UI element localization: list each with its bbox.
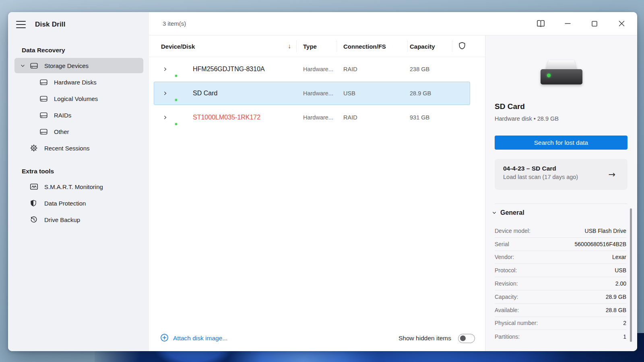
device-list-area: Device/Disk ↓ Type Connection/FS Capacit… <box>149 35 485 351</box>
property-row: Available: 28.8 GB <box>495 304 626 317</box>
sidebar-item-data-protection[interactable]: Data Protection <box>14 195 143 211</box>
item-count: 3 item(s) <box>163 20 186 27</box>
chevron-right-icon[interactable] <box>163 115 168 120</box>
property-label: Physical number: <box>495 320 538 326</box>
property-row: Vendor: Lexar <box>495 251 626 264</box>
drive-icon <box>30 62 38 69</box>
sidebar-item-smart-monitoring[interactable]: S.M.A.R.T. Monitoring <box>14 179 143 194</box>
sidebar-item-logical-volumes[interactable]: Logical Volumes <box>14 91 143 106</box>
general-section-title: General <box>500 209 524 216</box>
attach-disk-image-label: Attach disk image... <box>173 335 227 342</box>
gear-icon <box>30 144 38 152</box>
device-connection: RAID <box>343 114 357 121</box>
sidebar-item-drive-backup[interactable]: Drive Backup <box>14 212 143 227</box>
shield-half-icon <box>30 199 37 207</box>
general-section-header[interactable]: General <box>492 209 524 216</box>
property-row: Device model: USB Flash Drive <box>495 224 626 238</box>
device-name: HFM256GDJTNG-8310A <box>193 66 265 73</box>
table-row[interactable]: ST1000LM035-1RK172 Hardware... RAID 931 … <box>149 105 485 130</box>
list-footer: Attach disk image... Show hidden items <box>149 325 485 351</box>
hamburger-menu-icon[interactable] <box>16 21 26 28</box>
drive-icon <box>39 128 48 135</box>
sort-descending-icon[interactable]: ↓ <box>288 43 291 50</box>
sidebar-item-recent-sessions[interactable]: Recent Sessions <box>14 140 143 156</box>
drive-icon <box>39 79 48 86</box>
device-properties: Device model: USB Flash Drive Serial 560… <box>495 224 626 343</box>
device-name: SD Card <box>193 90 217 97</box>
table-header: Device/Disk ↓ Type Connection/FS Capacit… <box>149 35 485 57</box>
column-connection-fs[interactable]: Connection/FS <box>343 43 386 49</box>
drive-icon <box>39 112 48 119</box>
property-value: 28.9 GB <box>606 294 626 300</box>
plus-circle-icon <box>160 333 169 343</box>
device-capacity: 238 GB <box>410 66 429 72</box>
table-row-selected[interactable]: SD Card Hardware... USB 28.9 GB <box>149 81 485 105</box>
sidebar-item-other[interactable]: Other <box>14 124 143 139</box>
sidebar-item-raids[interactable]: RAIDs <box>14 107 143 123</box>
minimize-button[interactable] <box>562 19 573 29</box>
table-row[interactable]: HFM256GDJTNG-8310A Hardware... RAID 238 … <box>149 57 485 81</box>
sidebar-item-label: Logical Volumes <box>54 95 98 102</box>
app-title: Disk Drill <box>35 21 66 29</box>
chevron-right-icon[interactable] <box>163 67 168 72</box>
search-for-lost-data-button[interactable]: Search for lost data <box>495 136 627 150</box>
device-type: Hardware... <box>303 114 333 121</box>
property-label: Device model: <box>495 228 530 234</box>
column-device-disk[interactable]: Device/Disk <box>161 43 195 49</box>
sidebar-item-storage-devices[interactable]: Storage Devices <box>14 58 143 73</box>
column-capacity[interactable]: Capacity <box>410 43 435 49</box>
desktop-wallpaper: Disk Drill Data Recovery Storage Devices… <box>0 0 644 362</box>
chevron-down-icon <box>492 210 497 215</box>
chevron-right-icon[interactable] <box>163 91 168 96</box>
title-bar: 3 item(s) <box>149 12 637 35</box>
maximize-button[interactable] <box>589 19 600 29</box>
close-button[interactable] <box>616 19 627 29</box>
panel-divider <box>495 204 627 204</box>
property-label: Vendor: <box>495 254 514 260</box>
sidebar-item-label: Recent Sessions <box>44 145 90 152</box>
property-label: Serial <box>495 241 509 247</box>
sidebar-item-label: Other <box>54 128 69 135</box>
device-capacity: 931 GB <box>410 114 429 121</box>
device-connection: RAID <box>343 66 357 72</box>
property-value: USB Flash Drive <box>585 228 626 234</box>
property-value: Lexar <box>612 254 626 260</box>
device-type: Hardware... <box>303 66 333 72</box>
device-name: ST1000LM035-1RK172 <box>193 114 260 121</box>
drive-illustration <box>541 60 582 84</box>
drive-icon <box>39 95 48 102</box>
show-hidden-items-label: Show hidden items <box>398 335 451 342</box>
last-scan-card[interactable]: 04-4-23 – SD Card Load last scan (17 day… <box>495 159 627 190</box>
selected-device-title: SD Card <box>495 102 525 111</box>
property-value: USB <box>615 267 626 274</box>
property-row: Protocol: USB <box>495 264 626 277</box>
device-capacity: 28.9 GB <box>410 90 431 97</box>
property-label: Available: <box>495 307 519 313</box>
arrow-right-icon: → <box>608 170 615 179</box>
sidebar-item-label: Storage Devices <box>44 62 89 69</box>
sidebar-item-label: S.M.A.R.T. Monitoring <box>44 183 103 190</box>
attach-disk-image-link[interactable]: Attach disk image... <box>160 333 227 343</box>
sidebar: Disk Drill Data Recovery Storage Devices… <box>8 12 149 351</box>
shield-column-icon[interactable] <box>458 41 466 51</box>
property-row: Partitions: 1 <box>495 330 626 343</box>
history-clock-icon <box>30 216 38 224</box>
device-type: Hardware... <box>303 90 333 97</box>
sidebar-item-label: RAIDs <box>54 112 71 119</box>
column-type[interactable]: Type <box>303 43 317 49</box>
property-label: Partitions: <box>495 333 520 340</box>
property-row: Revision: 2.00 <box>495 277 626 290</box>
show-hidden-items-toggle[interactable] <box>458 334 475 343</box>
sidebar-item-label: Hardware Disks <box>54 79 97 86</box>
property-row: Capacity: 28.9 GB <box>495 290 626 304</box>
disk-drill-window: Disk Drill Data Recovery Storage Devices… <box>8 12 637 351</box>
property-row: Physical number: 2 <box>495 317 626 330</box>
property-label: Protocol: <box>495 267 517 274</box>
property-label: Capacity: <box>495 294 518 300</box>
sidebar-item-hardware-disks[interactable]: Hardware Disks <box>14 74 143 90</box>
sidebar-item-label: Drive Backup <box>44 216 80 223</box>
knowledge-base-book-icon[interactable] <box>535 19 546 29</box>
panel-scrollbar[interactable] <box>630 208 632 342</box>
details-panel: SD Card Hardware disk • 28.9 GB Search f… <box>485 35 637 351</box>
selected-device-subtitle: Hardware disk • 28.9 GB <box>495 115 559 122</box>
